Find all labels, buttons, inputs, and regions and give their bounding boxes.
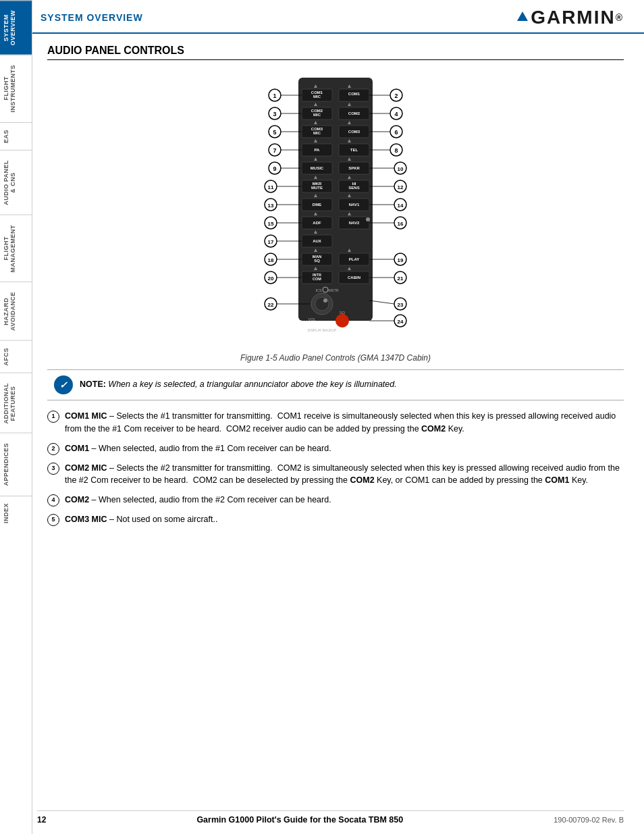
sidebar-tab-appendices[interactable]: APPENDICES [0,433,32,496]
svg-text:16: 16 [398,221,404,227]
desc-text-4: COM2 – When selected, audio from the #2 … [65,494,624,506]
garmin-logo: GARMIN® [517,7,624,28]
desc-num-2: 2 [47,443,59,455]
svg-text:COM: COM [313,277,321,281]
desc-text-3: COM2 MIC – Selects the #2 transmitter fo… [65,462,624,488]
svg-text:19: 19 [398,257,404,263]
svg-text:SQ: SQ [314,259,320,263]
svg-point-54 [366,217,370,221]
svg-text:6: 6 [394,129,398,136]
svg-text:VOL: VOL [308,317,315,321]
desc-num-5: 5 [47,514,59,526]
sidebar-tab-additional[interactable]: ADDITIONALFEATURES [0,373,32,434]
note-box: ✓ NOTE: When a key is selected, a triang… [47,369,624,400]
desc-num-3: 3 [47,463,59,475]
svg-text:PLAY: PLAY [349,257,359,261]
svg-text:2: 2 [394,93,398,99]
svg-text:7: 7 [273,147,276,154]
footer-page-number: 12 [37,815,46,825]
svg-text:COM3: COM3 [348,130,360,134]
svg-text:MUSIC: MUSIC [311,166,324,170]
svg-text:NAV2: NAV2 [349,221,360,225]
note-icon: ✓ [54,375,73,394]
svg-line-150 [369,301,394,304]
svg-point-80 [336,314,349,328]
svg-text:COM2: COM2 [348,111,360,115]
svg-text:24: 24 [398,319,404,325]
sidebar-tab-audio-panel[interactable]: AUDIO PANEL& CNS [0,150,32,215]
svg-text:18: 18 [268,257,274,263]
svg-text:5: 5 [273,129,276,136]
page-header: SYSTEM OVERVIEW GARMIN® [0,0,644,34]
svg-text:COM1: COM1 [348,92,360,96]
svg-point-77 [323,298,327,303]
page-footer: 12 Garmin G1000 Pilot's Guide for the So… [37,810,624,825]
audio-panel-diagram: COM1 MIC COM1 COM2 MIC COM2 COM3 MIC COM… [194,71,477,348]
svg-text:TEL: TEL [350,148,358,152]
sidebar-tab-eas[interactable]: EAS [0,122,32,150]
svg-text:SENS: SENS [348,186,359,190]
sidebar-tab-system-overview[interactable]: SYSTEMOVERVIEW [0,0,32,55]
svg-text:DISPLAY BACKUP: DISPLAY BACKUP [308,328,337,332]
desc-item-4: 4 COM2 – When selected, audio from the #… [47,494,624,506]
left-sidebar: SYSTEMOVERVIEW FLIGHTINSTRUMENTS EAS AUD… [0,0,32,834]
sidebar-tab-index[interactable]: INDEX [0,496,32,530]
svg-text:12: 12 [398,184,404,190]
svg-text:MUTE: MUTE [311,186,323,190]
main-content: AUDIO PANEL CONTROLS COM1 MIC COM1 COM2 … [34,34,644,546]
svg-text:AUX: AUX [313,239,321,243]
svg-text:NAV1: NAV1 [349,203,360,207]
svg-text:CABIN: CABIN [348,276,360,280]
svg-text:17: 17 [268,239,274,245]
note-body: When a key is selected, a triangular ann… [106,380,397,389]
figure-container: COM1 MIC COM1 COM2 MIC COM2 COM3 MIC COM… [47,71,624,363]
footer-doc: 190-00709-02 Rev. B [554,816,624,824]
svg-text:20: 20 [268,276,274,282]
svg-text:DME: DME [313,203,321,207]
desc-item-3: 3 COM2 MIC – Selects the #2 transmitter … [47,462,624,488]
garmin-reg: ® [616,12,624,23]
svg-text:3: 3 [273,111,276,118]
svg-text:11: 11 [268,184,274,190]
svg-text:SPKR: SPKR [348,166,360,170]
note-text: NOTE: When a key is selected, a triangul… [80,379,397,391]
svg-text:8: 8 [394,147,398,154]
header-title: SYSTEM OVERVIEW [41,12,143,23]
sidebar-tab-flight-instruments[interactable]: FLIGHTINSTRUMENTS [0,55,32,122]
desc-item-5: 5 COM3 MIC – Not used on some aircraft.. [47,513,624,526]
footer-title: Garmin G1000 Pilot's Guide for the Socat… [196,815,403,825]
descriptions-list: 1 COM1 MIC – Selects the #1 transmitter … [47,410,624,526]
desc-text-5: COM3 MIC – Not used on some aircraft.. [65,513,624,526]
desc-text-2: COM1 – When selected, audio from the #1 … [65,442,624,455]
svg-text:1: 1 [273,93,276,99]
sidebar-tab-hazard[interactable]: HAZARDAVOIDANCE [0,282,32,340]
svg-text:10: 10 [398,166,404,172]
svg-text:4: 4 [394,111,398,118]
svg-text:21: 21 [398,276,404,282]
svg-text:PA: PA [315,148,321,152]
svg-text:23: 23 [398,302,404,308]
svg-text:13: 13 [268,203,274,209]
svg-text:MIC: MIC [313,131,321,135]
note-prefix: NOTE: [80,380,106,389]
svg-text:MSTR: MSTR [328,288,339,292]
desc-item-2: 2 COM1 – When selected, audio from the #… [47,442,624,455]
svg-text:14: 14 [398,203,404,209]
desc-item-1: 1 COM1 MIC – Selects the #1 transmitter … [47,410,624,436]
svg-text:9: 9 [273,165,276,172]
svg-text:ADF: ADF [313,221,321,225]
svg-text:MIC: MIC [313,113,321,117]
svg-text:22: 22 [268,302,274,308]
svg-text:15: 15 [268,221,274,227]
svg-text:ICS: ICS [315,288,322,292]
desc-text-1: COM1 MIC – Selects the #1 transmitter fo… [65,410,624,436]
section-heading: AUDIO PANEL CONTROLS [47,45,624,60]
garmin-logo-text: GARMIN [531,7,616,28]
sidebar-tab-flight-management[interactable]: FLIGHTMANAGEMENT [0,215,32,282]
svg-text:MIC: MIC [313,95,321,99]
sidebar-tab-afcs[interactable]: AFCS [0,340,32,373]
figure-caption: Figure 1-5 Audio Panel Controls (GMA 134… [240,353,431,363]
desc-num-1: 1 [47,411,59,423]
garmin-triangle-icon [517,11,528,21]
desc-num-4: 4 [47,494,59,506]
